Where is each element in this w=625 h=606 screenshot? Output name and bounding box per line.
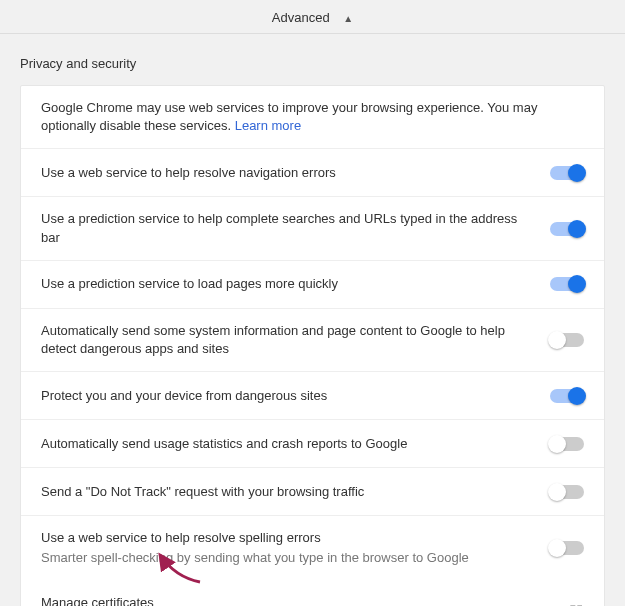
privacy-security-card: Google Chrome may use web services to im… bbox=[20, 85, 605, 606]
setting-row: Use a prediction service to help complet… bbox=[21, 197, 604, 260]
toggle-switch[interactable] bbox=[550, 333, 584, 347]
setting-row: Send a "Do Not Track" request with your … bbox=[21, 468, 604, 516]
setting-row: Use a web service to help resolve spelli… bbox=[21, 516, 604, 580]
advanced-label: Advanced bbox=[272, 10, 330, 25]
advanced-collapse-button[interactable]: Advanced ▲ bbox=[0, 0, 625, 34]
setting-label: Use a web service to help resolve spelli… bbox=[41, 529, 535, 547]
setting-row: Use a prediction service to load pages m… bbox=[21, 261, 604, 309]
setting-label: Use a prediction service to load pages m… bbox=[41, 275, 535, 293]
setting-label: Use a web service to help resolve naviga… bbox=[41, 164, 535, 182]
setting-row: Protect you and your device from dangero… bbox=[21, 372, 604, 420]
learn-more-link[interactable]: Learn more bbox=[235, 118, 301, 133]
setting-sublabel: Smarter spell-checking by sending what y… bbox=[41, 549, 535, 567]
manage-certificates-row[interactable]: Manage certificates Manage HTTPS/SSL cer… bbox=[21, 581, 604, 607]
setting-label: Send a "Do Not Track" request with your … bbox=[41, 483, 535, 501]
chevron-up-icon: ▲ bbox=[343, 13, 353, 24]
manage-certificates-label: Manage certificates bbox=[41, 594, 553, 607]
toggle-switch[interactable] bbox=[550, 222, 584, 236]
toggle-switch[interactable] bbox=[550, 437, 584, 451]
intro-row: Google Chrome may use web services to im… bbox=[21, 86, 604, 149]
toggle-switch[interactable] bbox=[550, 277, 584, 291]
section-title: Privacy and security bbox=[0, 34, 625, 85]
setting-row: Automatically send usage statistics and … bbox=[21, 420, 604, 468]
toggle-switch[interactable] bbox=[550, 166, 584, 180]
toggle-switch[interactable] bbox=[550, 541, 584, 555]
toggle-switch[interactable] bbox=[550, 389, 584, 403]
setting-label: Automatically send some system informati… bbox=[41, 322, 535, 358]
setting-label: Use a prediction service to help complet… bbox=[41, 210, 535, 246]
setting-row: Automatically send some system informati… bbox=[21, 309, 604, 372]
setting-row: Use a web service to help resolve naviga… bbox=[21, 149, 604, 197]
setting-label: Protect you and your device from dangero… bbox=[41, 387, 535, 405]
toggle-switch[interactable] bbox=[550, 485, 584, 499]
setting-label: Automatically send usage statistics and … bbox=[41, 435, 535, 453]
